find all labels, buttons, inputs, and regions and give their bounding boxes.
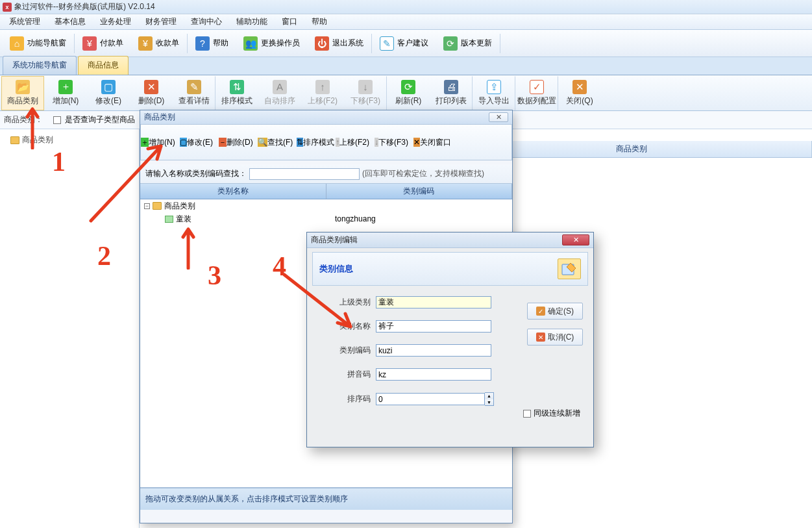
edit-dialog-close-button[interactable]: ✕ (562, 234, 589, 245)
detail-button[interactable]: ✎查看详情 (173, 76, 215, 110)
print-icon: 🖨 (444, 80, 458, 94)
name-field[interactable] (376, 320, 491, 333)
pay-icon: ¥ (82, 36, 97, 51)
cat-add-button[interactable]: ＋增加(N) (141, 137, 180, 148)
menu-query[interactable]: 查询中心 (184, 14, 228, 29)
continuous-label: 同级连续新增 (534, 408, 580, 419)
plus-icon: ＋ (141, 138, 149, 147)
menu-help[interactable]: 帮助 (305, 14, 334, 29)
col-code[interactable]: 类别编码 (326, 184, 513, 199)
category-search-input[interactable] (249, 168, 360, 180)
spin-up-icon[interactable]: ▲ (485, 393, 493, 399)
category-toolbar: ＋增加(N) ▢修改(E) －删除(D) 🔍查找(F) ⇅排序模式 ↑上移(F2… (140, 125, 512, 160)
category-window-titlebar[interactable]: 商品类别 ✕ (140, 110, 512, 125)
refresh-button[interactable]: ⟳刷新(R) (387, 76, 430, 110)
switch-user-button[interactable]: 👥更换操作员 (236, 33, 307, 54)
tree-root-row[interactable]: − 商品类别 (140, 199, 512, 212)
cat-edit-button[interactable]: ▢修改(E) (180, 137, 219, 148)
spin-down-icon[interactable]: ▼ (485, 399, 493, 406)
close-button[interactable]: ✕关闭(Q) (558, 76, 601, 110)
delete-button[interactable]: ✕删除(D) (130, 76, 173, 110)
update-button[interactable]: ⟳版本更新 (436, 33, 499, 54)
help-button[interactable]: ?帮助 (188, 33, 236, 54)
move-down-button[interactable]: ↓下移(F3) (344, 76, 387, 110)
folder-icon: 📂 (16, 80, 30, 94)
menu-system[interactable]: 系统管理 (3, 14, 47, 29)
power-icon: ⏻ (315, 36, 329, 51)
edit-dialog-buttons: ✓确定(S) ✕取消(C) (527, 303, 583, 346)
square-icon: ▢ (180, 138, 187, 147)
sort-mode-button[interactable]: ⇅排序模式 (215, 76, 258, 110)
collapse-icon[interactable]: − (144, 203, 150, 209)
continuous-row: 同级连续新增 (523, 408, 580, 419)
plus-icon: ＋ (58, 80, 73, 94)
menu-window[interactable]: 窗口 (275, 14, 304, 29)
left-tree-pane: 商品类别 (0, 129, 140, 528)
category-label: 商品类别： (4, 114, 43, 125)
cancel-button[interactable]: ✕取消(C) (527, 329, 583, 346)
sort-icon: ⇅ (297, 138, 303, 147)
cat-up-button[interactable]: ↑上移(F2) (336, 137, 375, 148)
edit-dialog-header: 类别信息 (312, 252, 588, 286)
cat-sort-button[interactable]: ⇅排序模式 (297, 137, 336, 148)
edit-dialog-titlebar[interactable]: 商品类别编辑 ✕ (307, 233, 593, 248)
search-hint: (回车即可检索定位，支持模糊查找) (362, 168, 484, 179)
cat-find-button[interactable]: 🔍查找(F) (258, 137, 297, 148)
edit-button[interactable]: ▢修改(E) (87, 76, 130, 110)
autosort-icon: A (273, 80, 287, 94)
exit-button[interactable]: ⏻退出系统 (308, 33, 371, 54)
x-icon: ✕ (144, 80, 158, 94)
tab-product[interactable]: 商品信息 (78, 56, 129, 75)
category-list-header: 类别名称 类别编码 (140, 184, 512, 199)
print-button[interactable]: 🖨打印列表 (430, 76, 473, 110)
menu-business[interactable]: 业务处理 (93, 14, 138, 29)
cat-close-button[interactable]: ✕关闭窗口 (413, 137, 452, 148)
check-icon: ✓ (536, 307, 545, 316)
app-icon: x (3, 3, 12, 12)
update-icon: ⟳ (443, 36, 458, 51)
menu-basic[interactable]: 基本信息 (48, 14, 92, 29)
pay-button[interactable]: ¥付款单 (75, 33, 130, 54)
receive-icon: ¥ (138, 36, 153, 51)
parent-field[interactable] (376, 296, 491, 308)
refresh-icon: ⟳ (401, 80, 415, 94)
cat-down-button[interactable]: ↓下移(F3) (375, 137, 413, 148)
cat-delete-button[interactable]: －删除(D) (219, 137, 258, 148)
code-field[interactable] (376, 344, 491, 357)
category-button[interactable]: 📂商品类别 (1, 76, 44, 110)
tab-nav[interactable]: 系统功能导航窗 (3, 56, 77, 75)
square-icon: ▢ (101, 80, 116, 94)
sort-icon: ⇅ (230, 80, 244, 94)
category-window-close-button[interactable]: ✕ (489, 112, 508, 122)
section-title: 类别信息 (319, 263, 353, 275)
search-icon: 🔍 (258, 138, 267, 147)
cfg-icon: ✓ (530, 80, 544, 94)
ok-button[interactable]: ✓确定(S) (527, 303, 583, 320)
nav-window-button[interactable]: ⌂功能导航窗 (3, 33, 73, 54)
menu-aux[interactable]: 辅助功能 (230, 14, 274, 29)
columns-button[interactable]: ✓数据列配置 (515, 76, 558, 110)
tree-root[interactable]: 商品类别 (1, 132, 138, 148)
export-button[interactable]: ⇪导入导出 (473, 76, 515, 110)
titlebar: x 象过河软件--财务经典版(试用版) V2.0.14 (0, 0, 812, 14)
down-icon: ↓ (358, 80, 373, 94)
menubar: 系统管理 基本信息 业务处理 财务管理 查询中心 辅助功能 窗口 帮助 (0, 14, 812, 30)
folder-icon (10, 136, 19, 144)
menu-finance[interactable]: 财务管理 (139, 14, 183, 29)
query-children-checkbox[interactable] (53, 116, 61, 124)
pinyin-field[interactable] (376, 368, 491, 381)
feedback-button[interactable]: ✎客户建议 (373, 33, 436, 54)
receive-button[interactable]: ¥收款单 (131, 33, 186, 54)
sort-spinner[interactable]: ▲▼ (485, 392, 494, 406)
continuous-checkbox[interactable] (523, 410, 531, 418)
close-icon: ✕ (413, 138, 420, 147)
add-button[interactable]: ＋增加(N) (44, 76, 87, 110)
sort-field[interactable] (376, 393, 485, 405)
pinyin-row: 拼音码 (314, 368, 587, 381)
auto-sort-button[interactable]: A自动排序 (258, 76, 301, 110)
move-up-button[interactable]: ↑上移(F2) (301, 76, 344, 110)
col-name[interactable]: 类别名称 (140, 184, 326, 199)
note-icon: ✎ (380, 36, 394, 51)
tree-child-row[interactable]: 童装 tongzhuang (140, 212, 512, 225)
category-edit-dialog: 商品类别编辑 ✕ 类别信息 上级类别 类别名称 类别编码 拼音码 排序码 ▲▼ … (306, 232, 594, 447)
